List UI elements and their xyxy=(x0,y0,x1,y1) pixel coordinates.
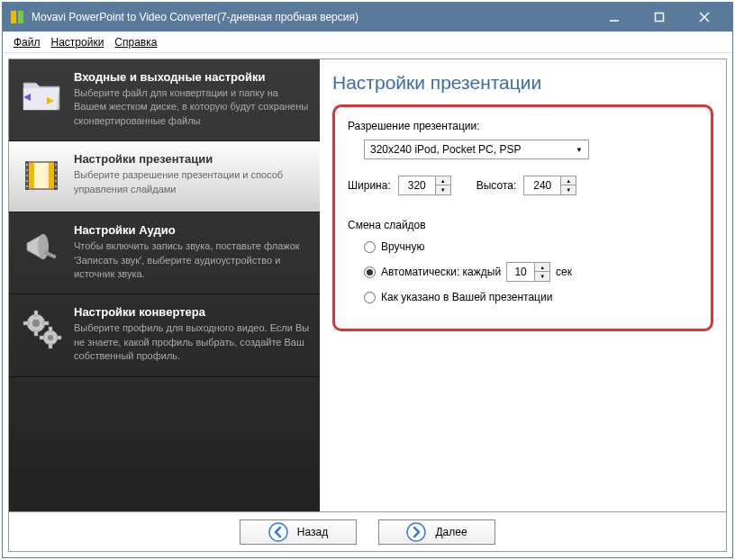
sidebar-desc: Выберите профиль для выходного видео. Ес… xyxy=(74,321,311,363)
radio-manual-label: Вручную xyxy=(381,240,424,253)
app-window: Movavi PowerPoint to Video Converter(7-д… xyxy=(2,2,733,558)
sidebar-text: Настройки презентации Выберите разрешени… xyxy=(74,152,311,199)
width-label: Ширина: xyxy=(348,179,391,192)
sidebar-item-audio[interactable]: Настройки Аудио Чтобы включить запись зв… xyxy=(9,212,320,294)
sidebar-desc: Выберите файл для конвертации и папку на… xyxy=(74,86,311,128)
svg-rect-27 xyxy=(23,321,29,325)
content-area: Входные и выходные настройки Выберите фа… xyxy=(3,53,732,557)
close-button[interactable] xyxy=(689,8,720,26)
panel-title: Настройки презентации xyxy=(332,72,713,94)
next-label: Далее xyxy=(435,526,467,538)
back-label: Назад xyxy=(297,526,328,538)
width-down-button[interactable]: ▼ xyxy=(436,185,450,194)
nav-bar: Назад Далее xyxy=(8,512,727,552)
menu-help[interactable]: Справка xyxy=(114,36,157,49)
svg-point-15 xyxy=(26,185,28,187)
radio-specified-label: Как указано в Вашей презентации xyxy=(381,291,552,303)
sidebar-text: Входные и выходные настройки Выберите фа… xyxy=(74,70,311,128)
megaphone-icon xyxy=(18,223,65,270)
svg-rect-28 xyxy=(43,321,49,325)
settings-panel: Настройки презентации Разрешение презент… xyxy=(320,59,726,511)
svg-point-12 xyxy=(26,169,28,171)
settings-box: Разрешение презентации: 320x240 iPod, Po… xyxy=(332,104,713,331)
spinner-buttons: ▲ ▼ xyxy=(561,176,576,195)
next-button[interactable]: Далее xyxy=(378,519,495,545)
sidebar-item-presentation[interactable]: Настройки презентации Выберите разрешени… xyxy=(9,141,320,212)
arrow-right-icon xyxy=(406,522,426,542)
svg-point-30 xyxy=(48,335,53,340)
dimensions-row: Ширина: ▲ ▼ Высота: ▲ xyxy=(348,176,696,195)
menu-file[interactable]: Файл xyxy=(14,36,41,49)
height-label: Высота: xyxy=(476,179,517,192)
interval-down-button[interactable]: ▼ xyxy=(535,272,549,281)
titlebar: Movavi PowerPoint to Video Converter(7-д… xyxy=(3,3,732,32)
radio-row-manual: Вручную xyxy=(364,240,696,253)
svg-point-11 xyxy=(26,164,28,166)
width-up-button[interactable]: ▲ xyxy=(436,176,450,185)
sidebar-title: Настройки конвертера xyxy=(74,305,311,319)
menu-settings[interactable]: Настройки xyxy=(51,36,104,49)
interval-up-button[interactable]: ▲ xyxy=(535,263,549,272)
sidebar-text: Настройки Аудио Чтобы включить запись зв… xyxy=(74,223,311,281)
film-icon xyxy=(18,152,65,199)
spinner-buttons: ▲ ▼ xyxy=(436,176,451,195)
back-button[interactable]: Назад xyxy=(240,519,357,545)
sidebar-item-io[interactable]: Входные и выходные настройки Выберите фа… xyxy=(9,59,320,141)
sidebar-title: Входные и выходные настройки xyxy=(74,70,311,84)
svg-rect-0 xyxy=(11,11,16,23)
svg-point-24 xyxy=(32,320,40,327)
sidebar-item-converter[interactable]: Настройки конвертера Выберите профиль дл… xyxy=(9,294,320,376)
height-spinner: ▲ ▼ xyxy=(523,176,576,195)
radio-row-auto: Автоматически: каждый ▲ ▼ сек xyxy=(364,262,696,282)
svg-rect-1 xyxy=(18,11,23,23)
svg-point-16 xyxy=(55,164,57,166)
svg-rect-32 xyxy=(49,344,52,348)
minimize-button[interactable] xyxy=(599,8,630,26)
svg-point-19 xyxy=(55,180,57,182)
svg-point-13 xyxy=(26,175,28,176)
interval-input[interactable] xyxy=(506,262,535,282)
sidebar-title: Настройки презентации xyxy=(74,152,311,166)
radio-manual[interactable] xyxy=(364,241,376,253)
resolution-dropdown[interactable]: 320x240 iPod, Pocket PC, PSP ▼ xyxy=(364,140,589,159)
sidebar-desc: Выберите разрешение презентации и способ… xyxy=(74,168,311,196)
svg-point-18 xyxy=(55,175,57,176)
window-controls xyxy=(599,8,720,26)
spinner-buttons: ▲ ▼ xyxy=(535,262,550,282)
sidebar-text: Настройки конвертера Выберите профиль дл… xyxy=(74,305,311,363)
menubar: Файл Настройки Справка xyxy=(3,32,732,53)
svg-rect-26 xyxy=(34,330,38,336)
svg-rect-25 xyxy=(34,311,38,316)
chevron-down-icon: ▼ xyxy=(576,146,583,154)
slides-label: Смена слайдов xyxy=(348,219,696,231)
sidebar-desc: Чтобы включить запись звука, поставьте ф… xyxy=(74,239,311,281)
folder-icon xyxy=(18,70,65,117)
radio-auto-suffix: сек xyxy=(556,266,572,278)
svg-point-36 xyxy=(407,523,425,541)
radio-specified[interactable] xyxy=(364,292,376,303)
svg-rect-3 xyxy=(656,14,664,22)
radio-auto-prefix: Автоматически: каждый xyxy=(381,266,501,278)
interval-spinner: ▲ ▼ xyxy=(506,262,550,282)
height-up-button[interactable]: ▲ xyxy=(561,176,576,185)
gears-icon xyxy=(18,305,65,352)
app-icon xyxy=(10,10,24,24)
maximize-button[interactable] xyxy=(644,8,675,26)
svg-rect-33 xyxy=(40,336,44,339)
svg-rect-34 xyxy=(57,336,61,339)
height-down-button[interactable]: ▼ xyxy=(561,185,576,194)
svg-point-21 xyxy=(38,234,49,259)
main-panel: Входные и выходные настройки Выберите фа… xyxy=(8,59,727,512)
sidebar: Входные и выходные настройки Выберите фа… xyxy=(9,59,320,511)
height-input[interactable] xyxy=(523,176,561,195)
width-input[interactable] xyxy=(398,176,436,195)
svg-point-14 xyxy=(26,180,28,182)
radio-auto[interactable] xyxy=(364,266,376,278)
radio-row-specified: Как указано в Вашей презентации xyxy=(364,291,696,303)
svg-rect-31 xyxy=(49,327,52,331)
arrow-left-icon xyxy=(268,522,288,542)
resolution-value: 320x240 iPod, Pocket PC, PSP xyxy=(370,143,521,156)
sidebar-title: Настройки Аудио xyxy=(74,223,311,237)
svg-point-35 xyxy=(269,523,287,541)
window-title: Movavi PowerPoint to Video Converter(7-д… xyxy=(32,11,599,23)
